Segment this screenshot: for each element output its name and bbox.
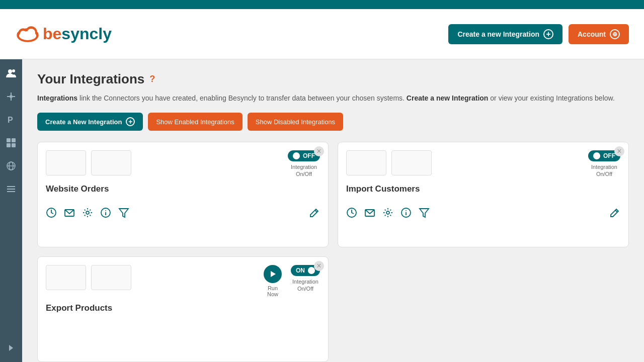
card-logo-dest-export-products — [91, 265, 131, 290]
edit-icon-website-orders[interactable] — [309, 207, 320, 221]
description-text2: or view your existing Integrations below… — [488, 94, 614, 102]
filter-icon-website-orders[interactable] — [118, 207, 129, 221]
filter-icon-import-customers[interactable] — [419, 207, 430, 221]
settings-icon-import-customers[interactable] — [382, 207, 393, 221]
sidebar-collapse-button[interactable] — [4, 341, 18, 355]
card-close-website-orders[interactable]: × — [314, 146, 324, 156]
card-footer-website-orders — [46, 199, 320, 221]
header: besyncly Create a new Integration + Acco… — [0, 9, 644, 59]
svg-point-7 — [20, 31, 26, 37]
card-close-export-products[interactable]: × — [314, 261, 324, 271]
card-run-toggle-export-products: RunNow ON IntegrationOn/Off — [264, 265, 320, 297]
show-disabled-button[interactable]: Show Disabled Integrations — [248, 113, 343, 131]
page-title: Your Integrations — [37, 71, 144, 87]
show-enabled-label: Show Enabled Integrations — [156, 118, 234, 126]
run-now-button[interactable] — [264, 265, 282, 283]
settings-icon-website-orders[interactable] — [82, 207, 93, 221]
logo-icon — [15, 24, 40, 44]
sidebar-item-connectors[interactable] — [4, 89, 18, 104]
create-new-integration-button[interactable]: Create a New Integration + — [37, 113, 143, 131]
user-circle-icon: ⊕ — [610, 29, 620, 39]
show-enabled-button[interactable]: Show Enabled Integrations — [148, 113, 242, 131]
create-new-label: Create a New Integration — [45, 118, 122, 126]
svg-rect-24 — [7, 186, 15, 187]
card-logo-source-import-customers — [346, 150, 386, 175]
toggle-dot — [593, 152, 600, 159]
card-logos-import-customers — [346, 150, 432, 175]
svg-marker-44 — [271, 271, 276, 277]
card-actions-import-customers — [346, 207, 430, 221]
svg-point-10 — [12, 69, 15, 72]
run-now-area: RunNow — [264, 265, 282, 297]
card-logo-dest-import-customers — [391, 150, 432, 175]
card-close-import-customers[interactable]: × — [614, 146, 624, 156]
header-buttons: Create a new Integration + Account ⊕ — [448, 24, 629, 44]
toggle-description: IntegrationOn/Off — [591, 163, 617, 178]
account-label: Account — [578, 30, 606, 38]
edit-icon-import-customers[interactable] — [609, 207, 620, 221]
card-header-export-products: RunNow ON IntegrationOn/Off — [46, 265, 320, 297]
toggle-dot — [293, 152, 300, 159]
description-text1: link the Connectors you have created, en… — [77, 94, 407, 102]
card-logo-dest-website-orders — [91, 150, 131, 175]
action-buttons: Create a New Integration + Show Enabled … — [37, 113, 629, 131]
info-icon-import-customers[interactable] — [400, 207, 412, 221]
card-import-customers: × OFF IntegrationOn/Off Import Custom — [338, 142, 629, 247]
description: Integrations link the Connectors you hav… — [37, 93, 629, 104]
plus-circle-icon: + — [543, 29, 553, 39]
sidebar-item-pipelines[interactable]: P — [4, 113, 18, 127]
card-logos-website-orders — [46, 150, 131, 175]
svg-rect-20 — [12, 143, 16, 147]
sidebar-item-list[interactable] — [4, 182, 18, 196]
card-title-website-orders: Website Orders — [46, 184, 320, 194]
svg-rect-19 — [7, 143, 11, 147]
svg-rect-17 — [7, 138, 11, 142]
help-icon[interactable]: ? — [149, 74, 155, 84]
toggle-label-text: OFF — [603, 152, 615, 159]
account-button[interactable]: Account ⊕ — [569, 24, 629, 44]
content-area: Your Integrations ? Integrations link th… — [22, 59, 644, 362]
svg-point-38 — [386, 211, 389, 214]
svg-marker-27 — [9, 345, 13, 351]
sidebar-item-users[interactable] — [4, 66, 18, 80]
schedule-icon-website-orders[interactable] — [46, 207, 57, 221]
create-plus-icon: + — [126, 117, 135, 126]
card-logos-export-products — [46, 265, 131, 290]
svg-marker-42 — [420, 209, 429, 217]
card-title-import-customers: Import Customers — [346, 184, 620, 194]
svg-point-41 — [406, 210, 407, 211]
main-layout: P Your — [0, 59, 644, 362]
top-bar — [0, 0, 644, 9]
email-icon-website-orders[interactable] — [64, 207, 75, 221]
email-icon-import-customers[interactable] — [364, 207, 375, 221]
toggle-description: IntegrationOn/Off — [291, 163, 317, 178]
schedule-icon-import-customers[interactable] — [346, 207, 357, 221]
card-title-export-products: Export Products — [46, 303, 320, 313]
show-disabled-label: Show Disabled Integrations — [256, 118, 335, 126]
svg-point-8 — [27, 29, 35, 37]
card-actions-website-orders — [46, 207, 129, 221]
run-now-label: RunNow — [267, 285, 278, 297]
svg-point-33 — [106, 210, 106, 211]
svg-rect-18 — [12, 138, 16, 142]
toggle-on-text: ON — [296, 267, 305, 274]
svg-point-30 — [86, 211, 89, 214]
info-icon-website-orders[interactable] — [100, 207, 111, 221]
sidebar: P — [0, 59, 22, 362]
svg-marker-34 — [119, 209, 128, 217]
sidebar-item-integrations[interactable] — [4, 136, 18, 150]
cards-grid: × OFF IntegrationOn/Off Website Order — [37, 142, 629, 362]
card-header-import-customers: OFF IntegrationOn/Off — [346, 150, 620, 178]
svg-rect-26 — [7, 191, 15, 192]
create-integration-label: Create a new Integration — [457, 30, 539, 38]
card-logo-source-website-orders — [46, 150, 86, 175]
toggle-label-text: OFF — [303, 152, 315, 159]
create-integration-header-button[interactable]: Create a new Integration + — [448, 24, 562, 44]
svg-point-9 — [8, 69, 12, 73]
page-title-container: Your Integrations ? — [37, 71, 629, 87]
sidebar-item-globe[interactable] — [4, 159, 18, 173]
logo: besyncly — [15, 24, 112, 44]
card-header-website-orders: OFF IntegrationOn/Off — [46, 150, 320, 178]
toggle-description: IntegrationOn/Off — [292, 278, 318, 293]
card-website-orders: × OFF IntegrationOn/Off Website Order — [37, 142, 329, 247]
